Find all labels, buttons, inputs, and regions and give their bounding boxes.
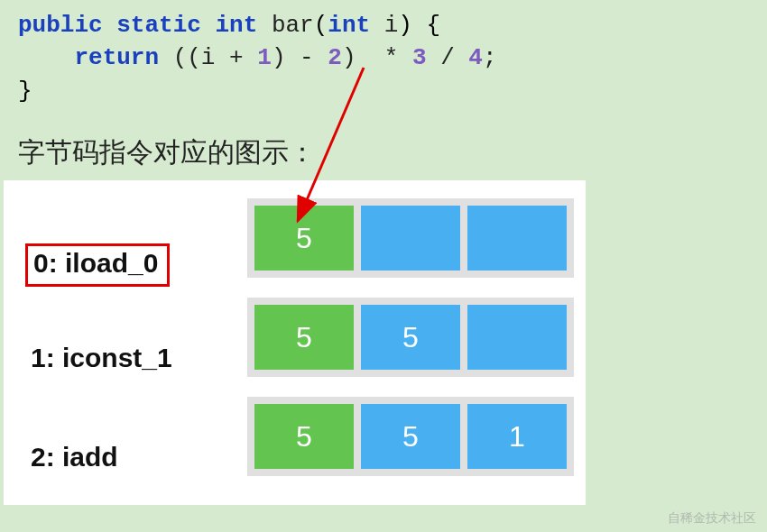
- stack-cell: 5: [254, 305, 354, 370]
- number-literal: 3: [412, 44, 427, 71]
- expr-part: ) *: [342, 44, 412, 71]
- stack-cell: 5: [361, 404, 460, 469]
- stack-cell: 5: [254, 206, 354, 271]
- keyword-public: public: [18, 12, 103, 39]
- function-name: bar: [272, 12, 314, 39]
- number-literal: 4: [468, 44, 483, 71]
- type-int: int: [215, 12, 257, 39]
- stack-cell: [361, 206, 460, 271]
- watermark: 自稀金技术社区: [668, 510, 756, 527]
- bytecode-diagram: 0: iload_0 1: iconst_1 2: iadd 5 5 5 5 5…: [4, 180, 586, 505]
- param-type: int: [328, 12, 370, 39]
- expr-part: ((i +: [173, 44, 258, 71]
- stack-cell: [467, 206, 567, 271]
- diagram-caption: 字节码指令对应的图示：: [0, 107, 767, 180]
- keyword-return: return: [74, 44, 159, 71]
- stack-row-0: 5: [247, 198, 574, 278]
- instruction-1: 1: iconst_1: [31, 343, 172, 373]
- instruction-2: 2: iadd: [31, 442, 118, 472]
- stack-cell: [467, 305, 567, 370]
- stack-row-1: 5 5: [247, 298, 574, 377]
- number-literal: 1: [257, 44, 272, 71]
- expr-part: ) -: [272, 44, 328, 71]
- expr-part: /: [427, 44, 469, 71]
- number-literal: 2: [328, 44, 342, 71]
- instruction-0: 0: iload_0: [25, 243, 170, 287]
- code-block: public static int bar(int i) { return ((…: [0, 0, 767, 107]
- expr-end: ;: [483, 44, 497, 71]
- stack-row-2: 5 5 1: [247, 397, 574, 476]
- keyword-static: static: [116, 12, 201, 39]
- stack-cell: 5: [254, 404, 354, 469]
- stack-cell: 1: [467, 404, 567, 469]
- param-name: i: [384, 12, 399, 39]
- stack-cell: 5: [361, 305, 460, 370]
